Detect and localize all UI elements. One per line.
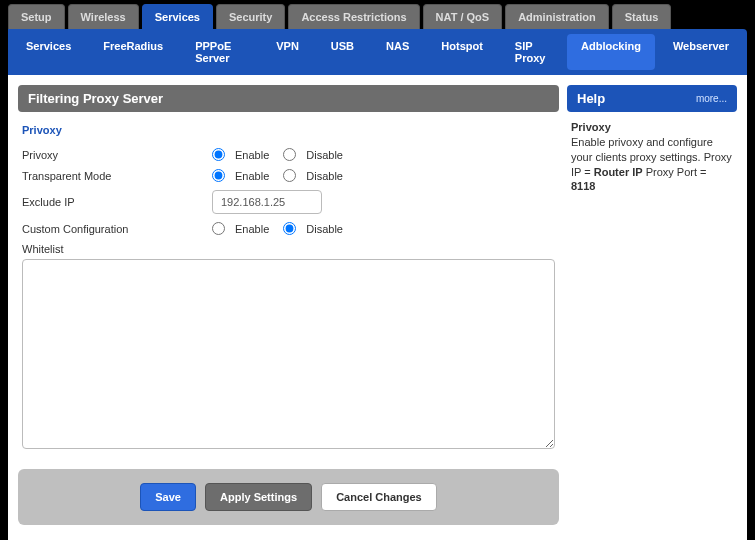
sub-tab-services[interactable]: Services (12, 34, 85, 70)
top-tab-security[interactable]: Security (216, 4, 285, 29)
privoxy-enable-radio[interactable] (212, 148, 225, 161)
left-column: Filtering Proxy Server Privoxy Privoxy E… (18, 85, 559, 540)
top-tab-status[interactable]: Status (612, 4, 672, 29)
sub-tab-hotspot[interactable]: Hotspot (427, 34, 497, 70)
transparent-enable-radio[interactable] (212, 169, 225, 182)
sub-tab-nas[interactable]: NAS (372, 34, 423, 70)
customconfig-enable-label[interactable]: Enable (235, 223, 269, 235)
sub-tab-adblocking[interactable]: Adblocking (567, 34, 655, 70)
sub-tab-pppoe-server[interactable]: PPPoE Server (181, 34, 258, 70)
top-tab-access-restrictions[interactable]: Access Restrictions (288, 4, 419, 29)
sub-tab-usb[interactable]: USB (317, 34, 368, 70)
help-more-link[interactable]: more... (696, 93, 727, 104)
help-body: Privoxy Enable privoxy and configure you… (567, 112, 737, 202)
cancel-button[interactable]: Cancel Changes (321, 483, 437, 511)
row-transparent: Transparent Mode Enable Disable (18, 165, 559, 186)
sub-tab-freeradius[interactable]: FreeRadius (89, 34, 177, 70)
fieldset-legend: Privoxy (18, 112, 559, 144)
help-title: Help (577, 91, 605, 106)
top-tab-services[interactable]: Services (142, 4, 213, 29)
label-exclude-ip: Exclude IP (22, 196, 212, 208)
right-column: Help more... Privoxy Enable privoxy and … (567, 85, 737, 540)
privoxy-enable-label[interactable]: Enable (235, 149, 269, 161)
save-button[interactable]: Save (140, 483, 196, 511)
sub-tab-webserver[interactable]: Webserver (659, 34, 743, 70)
top-tabs: SetupWirelessServicesSecurityAccess Rest… (8, 0, 747, 29)
top-tab-administration[interactable]: Administration (505, 4, 609, 29)
sub-tab-sip-proxy[interactable]: SIP Proxy (501, 34, 563, 70)
row-privoxy: Privoxy Enable Disable (18, 144, 559, 165)
privoxy-fieldset: Privoxy Privoxy Enable Disable Transpare… (18, 112, 559, 455)
help-port: 8118 (571, 180, 595, 192)
transparent-disable-label[interactable]: Disable (306, 170, 343, 182)
top-tab-setup[interactable]: Setup (8, 4, 65, 29)
help-text-mid: Proxy Port = (643, 166, 707, 178)
customconfig-disable-radio[interactable] (283, 222, 296, 235)
customconfig-enable-radio[interactable] (212, 222, 225, 235)
transparent-enable-label[interactable]: Enable (235, 170, 269, 182)
label-transparent: Transparent Mode (22, 170, 212, 182)
radio-transparent: Enable Disable (212, 169, 351, 182)
whitelist-textarea[interactable] (22, 259, 555, 449)
apply-button[interactable]: Apply Settings (205, 483, 312, 511)
transparent-disable-radio[interactable] (283, 169, 296, 182)
help-router-ip: Router IP (594, 166, 643, 178)
radio-custom-config: Enable Disable (212, 222, 351, 235)
sub-tabs: ServicesFreeRadiusPPPoE ServerVPNUSBNASH… (8, 29, 747, 75)
button-bar: Save Apply Settings Cancel Changes (18, 469, 559, 525)
privoxy-disable-radio[interactable] (283, 148, 296, 161)
radio-privoxy: Enable Disable (212, 148, 351, 161)
help-title-bar: Help more... (567, 85, 737, 112)
main-panel: Filtering Proxy Server Privoxy Privoxy E… (8, 75, 747, 540)
top-tab-nat-qos[interactable]: NAT / QoS (423, 4, 503, 29)
label-custom-config: Custom Configuration (22, 223, 212, 235)
row-whitelist: Whitelist (18, 239, 559, 455)
customconfig-disable-label[interactable]: Disable (306, 223, 343, 235)
sub-tab-vpn[interactable]: VPN (262, 34, 313, 70)
row-custom-config: Custom Configuration Enable Disable (18, 218, 559, 239)
exclude-ip-input[interactable] (212, 190, 322, 214)
top-tab-wireless[interactable]: Wireless (68, 4, 139, 29)
label-privoxy: Privoxy (22, 149, 212, 161)
privoxy-disable-label[interactable]: Disable (306, 149, 343, 161)
page-title: Filtering Proxy Server (18, 85, 559, 112)
row-exclude-ip: Exclude IP (18, 186, 559, 218)
help-headline: Privoxy (571, 121, 611, 133)
label-whitelist: Whitelist (22, 243, 555, 255)
